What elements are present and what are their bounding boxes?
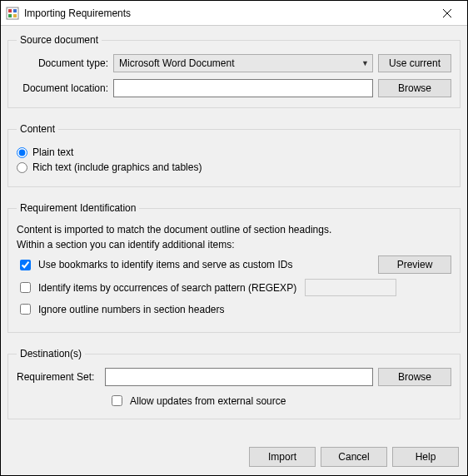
import-button[interactable]: Import [249,447,316,467]
close-icon [443,9,451,17]
use-bookmarks-checkbox[interactable] [20,260,31,270]
doc-location-label: Document location: [17,82,108,94]
source-document-legend: Source document [17,34,102,46]
client-area: Source document Document type: Microsoft… [1,26,467,475]
plain-text-label: Plain text [32,146,73,158]
ignore-outline-label: Ignore outline numbers in section header… [38,304,224,315]
reqset-input[interactable] [105,368,373,386]
identify-regexp-label: Identify items by occurrences of search … [38,282,296,294]
ignore-outline-checkbox[interactable] [20,304,31,315]
destination-legend: Destination(s) [17,348,85,359]
help-button[interactable]: Help [392,447,459,467]
content-group: Content Plain text Rich text (include gr… [7,123,461,187]
doc-type-dropdown[interactable]: Microsoft Word Document ▼ [113,54,373,72]
source-document-group: Source document Document type: Microsoft… [7,34,461,108]
reqid-desc-1: Content is imported to match the documen… [17,224,451,236]
chevron-down-icon: ▼ [361,59,369,67]
reqset-label: Requirement Set: [17,371,100,383]
doc-type-value: Microsoft Word Document [119,57,235,69]
reqid-desc-2: Within a section you can identify additi… [17,239,451,250]
spacer [7,431,461,442]
rich-text-label: Rich text (include graphics and tables) [32,161,202,173]
svg-rect-2 [13,9,17,12]
destination-group: Destination(s) Requirement Set: Browse A… [7,348,461,419]
allow-updates-checkbox[interactable] [112,395,122,406]
svg-rect-1 [8,9,12,12]
requirement-id-group: Requirement Identification Content is im… [7,202,461,333]
rich-text-radio-row[interactable]: Rich text (include graphics and tables) [17,161,451,173]
preview-button[interactable]: Preview [378,255,451,274]
use-current-button[interactable]: Use current [378,54,451,72]
plain-text-radio-row[interactable]: Plain text [17,146,451,158]
content-legend: Content [17,123,58,135]
use-bookmarks-label: Use bookmarks to identify items and serv… [38,259,292,270]
doc-location-input[interactable] [113,79,373,97]
requirement-id-legend: Requirement Identification [17,202,139,214]
doc-type-label: Document type: [17,57,108,69]
rich-text-radio[interactable] [17,162,27,173]
regexp-input[interactable] [305,279,396,296]
titlebar: Importing Requirements [1,1,467,26]
reqset-browse-button[interactable]: Browse [378,368,451,386]
svg-rect-3 [8,14,12,17]
app-icon [6,7,19,20]
plain-text-radio[interactable] [17,147,27,158]
window-title: Importing Requirements [24,7,429,19]
doc-location-browse-button[interactable]: Browse [378,79,451,97]
dialog-buttons: Import Cancel Help [7,442,461,469]
allow-updates-label: Allow updates from external source [130,395,286,407]
cancel-button[interactable]: Cancel [321,447,387,467]
identify-regexp-checkbox[interactable] [20,282,31,293]
svg-rect-4 [13,14,17,17]
close-button[interactable] [429,2,466,25]
